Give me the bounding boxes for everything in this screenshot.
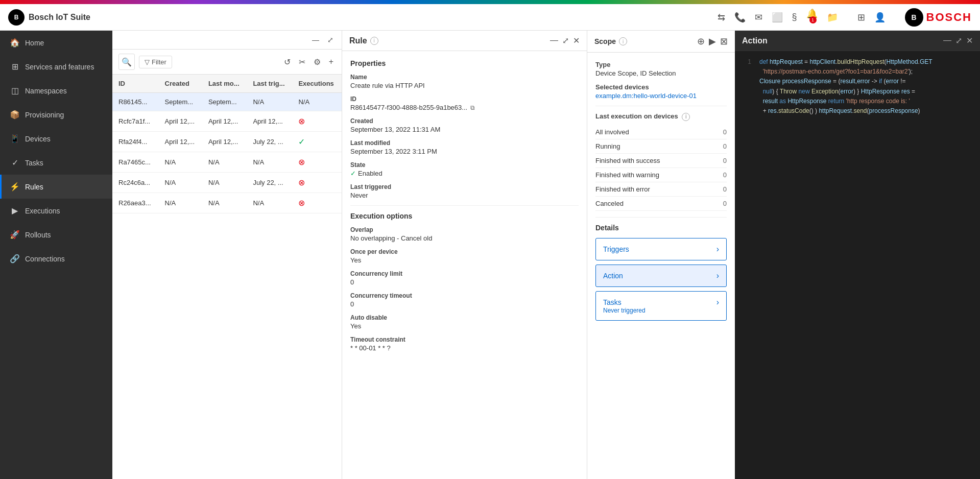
state-ok-icon: ✓ bbox=[350, 170, 356, 177]
copy-id-button[interactable]: ⧉ bbox=[470, 104, 475, 111]
cell-id: Rfa24f4... bbox=[112, 132, 159, 152]
sidebar-item-rollouts[interactable]: 🚀 Rollouts bbox=[0, 223, 112, 247]
header-icons: ⇆ 📞 ✉ ⬜ § 🔔 1 📁 ⊞ 👤 B BOSCH bbox=[718, 8, 972, 27]
add-rule-button[interactable]: + bbox=[327, 56, 336, 67]
execution-label: Finished with success bbox=[595, 153, 720, 167]
stop-scope-btn[interactable]: ⊠ bbox=[720, 36, 728, 47]
execution-row: Finished with success 0 bbox=[595, 153, 727, 167]
rule-detail-header-actions: — ⤢ ✕ bbox=[550, 36, 580, 45]
close-detail-btn[interactable]: ✕ bbox=[573, 36, 580, 45]
cell-last-trig: July 22, ... bbox=[247, 173, 292, 193]
id-field-value: R86145477-f300-4888-b255-9a1be63... bbox=[350, 104, 467, 111]
timeout-constraint-field-value: * * 00-01 * * ? bbox=[350, 344, 579, 352]
filter-button[interactable]: ▽ Filter bbox=[139, 56, 172, 68]
scope-divider bbox=[595, 106, 727, 106]
sidebar-item-executions[interactable]: ▶ Executions bbox=[0, 199, 112, 223]
cell-last-trig: N/A bbox=[247, 93, 292, 111]
folder-icon[interactable]: 📁 bbox=[827, 12, 838, 23]
sidebar-item-devices[interactable]: 📱 Devices bbox=[0, 127, 112, 151]
code-line: null) { Throw new Exception(error) } Htt… bbox=[741, 87, 974, 97]
bosch-logo: B BOSCH bbox=[905, 8, 972, 27]
cell-id: Ra7465c... bbox=[112, 152, 159, 173]
last-execution-text: Last execution on devices bbox=[595, 112, 678, 120]
rules-table: ID Created Last mo... Last trig... Execu… bbox=[112, 75, 342, 479]
code-text: + res.statusCode() ) httpRequest.send(pr… bbox=[759, 106, 920, 116]
state-badge: ✓ Enabled bbox=[350, 170, 579, 177]
sidebar-item-services[interactable]: ⊞ Services and features bbox=[0, 55, 112, 79]
triggers-button[interactable]: Triggers › bbox=[595, 238, 727, 260]
sidebar-label-services: Services and features bbox=[25, 63, 94, 71]
sidebar-item-provisioning[interactable]: 📦 Provisioning bbox=[0, 103, 112, 127]
refresh-button[interactable]: ↺ bbox=[282, 56, 293, 68]
concurrency-timeout-field-label: Concurrency timeout bbox=[350, 292, 579, 299]
table-row[interactable]: R86145... Septem... Septem... N/A N/A bbox=[112, 93, 342, 111]
last-execution-info-icon[interactable]: i bbox=[682, 113, 690, 121]
col-last-trig: Last trig... bbox=[247, 75, 292, 93]
rules-panel: — ⤢ 🔍 ▽ Filter ↺ ✂ ⚙ + bbox=[112, 31, 342, 479]
scope-body: Type Device Scope, ID Selection Selected… bbox=[587, 53, 735, 479]
cell-last-mod: N/A bbox=[202, 173, 247, 193]
sidebar-item-rules[interactable]: ⚡ Rules bbox=[0, 175, 112, 199]
namespaces-icon: ◫ bbox=[10, 86, 20, 95]
selected-device-link[interactable]: example.dm:hello-world-device-01 bbox=[595, 92, 727, 100]
share-icon[interactable]: ⇆ bbox=[718, 12, 725, 23]
table-row[interactable]: Ra7465c... N/A N/A N/A ⊗ bbox=[112, 152, 342, 173]
scissors-button[interactable]: ✂ bbox=[297, 56, 307, 68]
sidebar-item-connections[interactable]: 🔗 Connections bbox=[0, 247, 112, 271]
cell-created: Septem... bbox=[159, 93, 202, 111]
sidebar-label-namespaces: Namespaces bbox=[25, 87, 67, 95]
cell-created: April 12,... bbox=[159, 111, 202, 132]
expand-rules-btn[interactable]: ⤢ bbox=[325, 35, 336, 45]
rule-info-icon[interactable]: i bbox=[370, 37, 378, 45]
cell-executions: ⊗ bbox=[292, 193, 342, 213]
table-row[interactable]: Rcfc7a1f... April 12,... April 12,... Ap… bbox=[112, 111, 342, 132]
sidebar-item-namespaces[interactable]: ◫ Namespaces bbox=[0, 79, 112, 103]
scope-header: Scope i ⊕ ▶ ⊠ bbox=[587, 31, 735, 53]
cell-executions: ⊗ bbox=[292, 173, 342, 193]
execution-value: 0 bbox=[720, 139, 727, 153]
sidebar-item-home[interactable]: 🏠 Home bbox=[0, 31, 112, 55]
execution-row: Running 0 bbox=[595, 139, 727, 153]
search-button[interactable]: 🔍 bbox=[118, 54, 135, 70]
close-action-btn[interactable]: ✕ bbox=[966, 36, 973, 45]
execution-value: 0 bbox=[720, 125, 727, 139]
settings-button[interactable]: ⚙ bbox=[312, 56, 323, 68]
rule-detail-header: Rule i — ⤢ ✕ bbox=[342, 31, 587, 51]
cell-executions: ✓ bbox=[292, 132, 342, 152]
notification-icon[interactable]: 🔔 1 bbox=[806, 8, 818, 27]
table-row[interactable]: Rc24c6a... N/A N/A July 22, ... ⊗ bbox=[112, 173, 342, 193]
concurrency-timeout-field-value: 0 bbox=[350, 300, 579, 308]
user-icon[interactable]: 👤 bbox=[874, 12, 886, 23]
execution-row: Canceled 0 bbox=[595, 196, 727, 210]
grid-icon[interactable]: ⊞ bbox=[857, 12, 865, 23]
layout-icon[interactable]: ⬜ bbox=[772, 12, 783, 23]
divider bbox=[350, 205, 579, 206]
add-scope-btn[interactable]: ⊕ bbox=[697, 36, 705, 47]
execution-value: 0 bbox=[720, 182, 727, 196]
devices-icon: 📱 bbox=[10, 134, 20, 143]
overlap-field-value: No overlapping - Cancel old bbox=[350, 234, 579, 242]
phone-icon[interactable]: 📞 bbox=[734, 12, 746, 23]
minimize-rules-btn[interactable]: — bbox=[310, 35, 321, 45]
col-last-mod: Last mo... bbox=[202, 75, 247, 93]
table-row[interactable]: Rfa24f4... April 12,... April 12,... Jul… bbox=[112, 132, 342, 152]
expand-detail-btn[interactable]: ⤢ bbox=[562, 36, 569, 45]
brand-title: Bosch IoT Suite bbox=[29, 13, 90, 22]
rule-detail-panel: Rule i — ⤢ ✕ Properties Name Create rule… bbox=[342, 31, 587, 479]
type-field-label: Type bbox=[595, 61, 727, 68]
dollar-icon[interactable]: § bbox=[792, 12, 797, 22]
expand-action-btn[interactable]: ⤢ bbox=[955, 36, 962, 45]
sidebar-label-rollouts: Rollouts bbox=[25, 231, 51, 239]
action-button[interactable]: Action › bbox=[595, 265, 727, 287]
play-scope-btn[interactable]: ▶ bbox=[709, 36, 716, 47]
last-execution-label: Last execution on devices i bbox=[595, 112, 727, 121]
minimize-action-btn[interactable]: — bbox=[943, 36, 951, 45]
sidebar-item-tasks[interactable]: ✓ Tasks bbox=[0, 151, 112, 175]
minimize-detail-btn[interactable]: — bbox=[550, 36, 558, 45]
tasks-button[interactable]: Tasks › Never triggered bbox=[595, 291, 727, 321]
cell-id: Rc24c6a... bbox=[112, 173, 159, 193]
scope-panel: Scope i ⊕ ▶ ⊠ Type Device Scope, ID Sele… bbox=[587, 31, 735, 479]
email-icon[interactable]: ✉ bbox=[755, 12, 762, 23]
table-row[interactable]: R26aea3... N/A N/A N/A ⊗ bbox=[112, 193, 342, 213]
scope-info-icon[interactable]: i bbox=[619, 37, 627, 45]
